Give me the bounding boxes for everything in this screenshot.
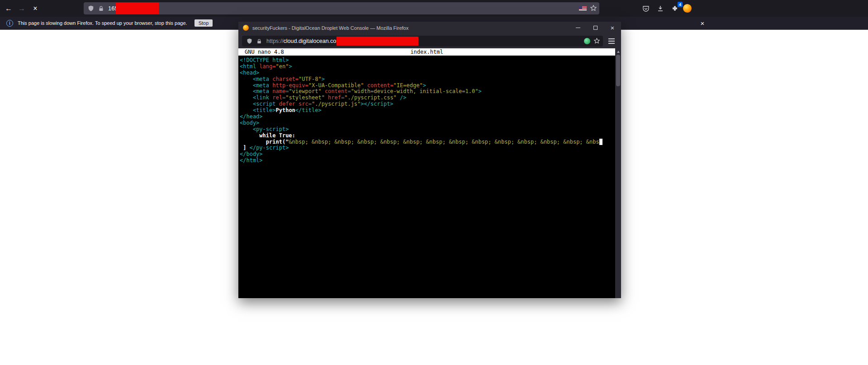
forward-icon: → [18,5,25,13]
terminal-line: </head> [240,114,615,120]
terminal-line: <meta name="viewport" content="width=dev… [240,89,615,95]
menu-button[interactable] [606,34,617,48]
nano-filename: index.html [238,49,615,55]
screen: ← → × 165 4 [0,0,868,365]
stop-page-button[interactable]: Stop [194,19,213,27]
terminal-line: <html lang="en"> [240,64,615,70]
browser-toolbar: ← → × 165 4 [0,0,868,17]
lock-icon[interactable] [256,37,263,45]
download-icon [657,5,664,12]
page-action-icon[interactable] [584,38,590,44]
stop-reload-button[interactable]: × [29,0,42,17]
info-icon [6,20,13,27]
terminal[interactable]: <!DOCTYPE html><html lang="en"><head> <m… [238,56,615,298]
firefox-favicon [243,25,249,31]
notification-close-icon[interactable]: × [697,17,708,30]
scrollbar[interactable] [615,48,621,298]
scrollbar-thumb[interactable] [616,55,620,86]
url-scheme: https:// [266,38,284,44]
terminal-line: <link rel="stylesheet" href="./pyscript.… [240,95,615,101]
redacted-url-overlay [116,3,159,14]
lock-icon[interactable] [97,5,104,12]
terminal-line: <script defer src="./pyscript.js"></scri… [240,101,615,108]
minimize-button[interactable] [569,22,587,34]
terminal-line: ] </py-script> [240,145,615,151]
popup-url-text[interactable]: https://cloud.digitalocean.com/d [266,38,346,44]
terminal-line: <meta charset="UTF-8"> [240,76,615,83]
terminal-line: <body> [240,120,615,126]
maximize-icon [593,26,598,30]
forward-button[interactable]: → [15,0,28,17]
terminal-line: print("&nbsp; &nbsp; &nbsp; &nbsp; &nbsp… [240,139,615,145]
terminal-line: <head> [240,70,615,76]
popup-toolbar: https://cloud.digitalocean.com/d [238,34,621,48]
popup-title: securityFuckers - DigitalOcean Droplet W… [252,25,408,31]
terminal-line: <!DOCTYPE html> [240,57,615,64]
downloads-button[interactable] [654,0,667,17]
redacted-url-overlay [337,37,418,46]
maximize-button[interactable] [587,22,604,34]
close-icon: × [611,24,615,31]
terminal-line: </body> [240,151,615,158]
tracking-shield-icon[interactable] [246,37,253,45]
notification-text: This page is slowing down Firefox. To sp… [18,20,187,26]
pocket-button[interactable] [640,0,652,17]
window-controls: × [569,22,621,34]
scrollbar-up-icon[interactable] [615,48,621,55]
terminal-line: <py-script> [240,126,615,133]
terminal-line: <meta http-equiv="X-UA-Compatible" conte… [240,83,615,89]
terminal-line: </html> [240,158,615,164]
tracking-shield-icon[interactable] [87,5,95,12]
popup-address-bar[interactable]: https://cloud.digitalocean.com/d [242,36,603,47]
stop-icon: × [33,5,37,13]
popup-window: securityFuckers - DigitalOcean Droplet W… [238,22,621,298]
pocket-icon [642,5,650,12]
terminal-line: while True: [240,133,615,139]
bookmark-star-icon[interactable] [593,37,600,44]
account-button[interactable] [681,0,693,17]
close-button[interactable]: × [604,22,621,34]
us-flag-icon[interactable] [579,6,587,11]
firefox-account-icon [683,4,692,13]
up-triangle-icon [617,51,620,53]
terminal-line: <title>Python</title> [240,108,615,114]
hamburger-icon [608,41,615,42]
popup-titlebar[interactable]: securityFuckers - DigitalOcean Droplet W… [238,22,621,34]
minimize-icon [576,28,580,28]
nano-header: GNU nano 4.8 index.html [238,48,615,56]
back-button[interactable]: ← [2,0,15,17]
back-icon: ← [5,5,12,13]
address-bar[interactable]: 165 [84,2,599,14]
bookmark-star-icon[interactable] [590,5,597,12]
